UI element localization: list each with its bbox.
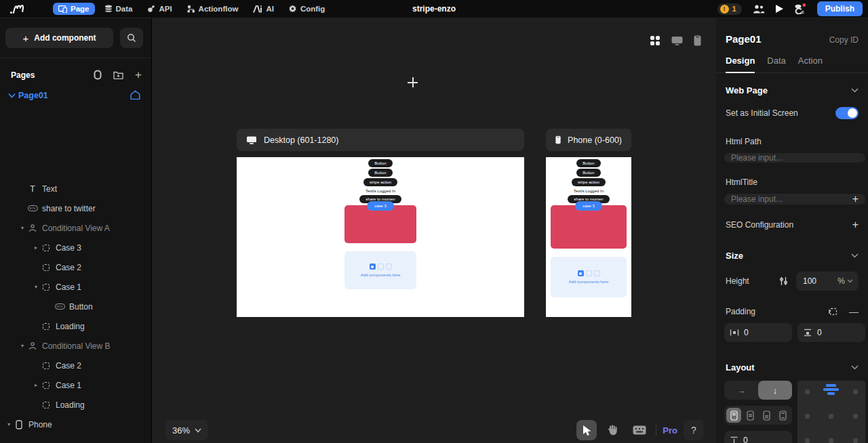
collaborators-icon[interactable]	[753, 5, 765, 14]
canvas-button-2[interactable]: Button	[368, 169, 392, 177]
tree-item-conditional-view-b[interactable]: ▾ Conditional View B	[0, 336, 151, 356]
align-top-left-dot[interactable]	[805, 389, 810, 394]
canvas-empty-placeholder[interactable]: Add components here	[344, 251, 416, 289]
collapse-padding-icon[interactable]: —	[849, 307, 859, 316]
desktop-frame-body[interactable]: Button Button stripe action TextIs Logge…	[237, 157, 524, 317]
search-button[interactable]	[120, 28, 143, 48]
tab-design[interactable]: Design	[726, 56, 755, 73]
preview-play-icon[interactable]	[776, 5, 783, 13]
canvas-logged-in-text[interactable]: TextIs Logged In	[574, 189, 604, 193]
expander-open-icon[interactable]: ▾	[4, 421, 14, 427]
add-page-icon[interactable]: +	[135, 69, 142, 81]
expander-closed-icon[interactable]: ▸	[31, 382, 41, 388]
tree-item-loading[interactable]: Loading	[0, 316, 151, 336]
gap-field[interactable]: 0	[724, 431, 792, 443]
align-bottom-center-dot[interactable]	[829, 438, 833, 443]
seo-add-button[interactable]: +	[852, 219, 859, 230]
canvas-case3-button[interactable]: case 3	[575, 201, 602, 211]
html-path-input[interactable]	[731, 153, 859, 163]
page-panel-icon[interactable]	[94, 70, 102, 80]
credits-icon[interactable]: c	[794, 3, 806, 14]
shortcuts-button[interactable]	[629, 420, 650, 440]
direction-column-button[interactable]: ↓	[758, 381, 792, 400]
canvas-red-rectangle[interactable]	[551, 205, 627, 249]
tree-item-text[interactable]: T Text	[0, 179, 151, 198]
nav-page[interactable]: Page	[53, 3, 95, 15]
canvas-button-1[interactable]: Button	[368, 159, 392, 167]
expander-open-icon[interactable]: ▾	[18, 225, 27, 231]
canvas-stripe-action-button[interactable]: stripe action	[363, 178, 397, 186]
padding-x-field[interactable]: 0	[724, 323, 792, 342]
desktop-frame-icon[interactable]	[671, 35, 684, 46]
copy-id-button[interactable]: Copy ID	[829, 35, 859, 45]
html-title-input[interactable]	[731, 194, 852, 204]
html-title-add-button[interactable]: +	[852, 194, 859, 205]
direction-row-button[interactable]: →	[724, 381, 758, 400]
sliders-icon[interactable]	[779, 276, 788, 286]
add-folder-icon[interactable]	[113, 70, 123, 79]
canvas-button-2[interactable]: Button	[576, 169, 600, 177]
distribute-end-button[interactable]	[759, 408, 774, 423]
tree-item-conditional-view-a[interactable]: ▾ Conditional View A	[0, 218, 151, 238]
hand-tool-button[interactable]	[603, 420, 623, 440]
independent-padding-icon[interactable]	[829, 307, 838, 316]
expander-closed-icon[interactable]: ▸	[31, 245, 41, 251]
phone-frame-icon[interactable]	[694, 35, 701, 46]
expander-open-icon[interactable]: ▾	[31, 284, 41, 290]
nav-api[interactable]: API	[142, 3, 177, 15]
canvas-stripe-action-button[interactable]: stripe action	[572, 178, 606, 186]
tab-data[interactable]: Data	[767, 56, 785, 72]
align-bottom-right-dot[interactable]	[853, 438, 858, 443]
phone-frame-body[interactable]: Button Button stripe action TextIs Logge…	[546, 157, 631, 317]
padding-y-field[interactable]: 0	[797, 323, 865, 342]
align-mid-left-dot[interactable]	[805, 414, 810, 419]
align-top-right-dot[interactable]	[853, 389, 858, 394]
initial-screen-toggle[interactable]	[835, 107, 859, 119]
pro-badge[interactable]: Pro	[663, 425, 677, 436]
tab-action[interactable]: Action	[798, 56, 823, 72]
distribute-start-button[interactable]	[726, 408, 741, 423]
canvas-button-1[interactable]: Button	[576, 159, 600, 167]
align-mid-center-dot[interactable]	[829, 414, 833, 419]
tree-item-share-to-twitter[interactable]: BTN share to twitter	[0, 198, 151, 218]
nav-data[interactable]: Data	[99, 3, 138, 15]
canvas-red-rectangle[interactable]	[344, 205, 416, 243]
select-tool-button[interactable]	[576, 420, 597, 440]
all-frames-icon[interactable]	[650, 35, 660, 46]
add-component-button[interactable]: + Add component	[5, 28, 113, 48]
chevron-down-icon[interactable]	[851, 88, 859, 93]
tree-item-case-2[interactable]: Case 2	[0, 257, 151, 277]
tree-item-case-1[interactable]: ▾ Case 1	[0, 277, 151, 297]
align-bottom-left-dot[interactable]	[805, 438, 810, 443]
error-badge[interactable]: ! 1	[717, 3, 742, 15]
momen-logo[interactable]	[5, 3, 33, 15]
distribute-between-button[interactable]	[775, 408, 790, 423]
expander-open-icon[interactable]: ▾	[18, 343, 27, 349]
canvas-empty-placeholder[interactable]: Add components here	[551, 257, 627, 297]
tree-item-case-1b[interactable]: ▸ Case 1	[0, 375, 151, 395]
tree-item-case-3[interactable]: ▸ Case 3	[0, 238, 151, 257]
home-icon[interactable]	[130, 90, 140, 100]
align-mid-right-dot[interactable]	[853, 414, 858, 419]
nav-actionflow[interactable]: Actionflow	[182, 3, 244, 15]
canvas[interactable]: Desktop (601-1280) Button Button stripe …	[152, 18, 716, 443]
chevron-down-icon[interactable]	[851, 365, 859, 370]
tree-item-loading-b[interactable]: Loading	[0, 395, 151, 415]
page-list-item-page01[interactable]: Page01	[0, 83, 151, 106]
distribute-center-button[interactable]	[743, 408, 757, 423]
height-value-field[interactable]: 100 %	[796, 272, 859, 291]
canvas-logged-in-text[interactable]: TextIs Logged In	[366, 189, 395, 193]
chevron-down-icon[interactable]	[8, 93, 16, 98]
zoom-control[interactable]: 36%	[165, 420, 208, 440]
help-button[interactable]: ?	[684, 420, 704, 440]
alignment-grid[interactable]	[797, 381, 865, 443]
tree-item-phone[interactable]: ▾ Phone	[0, 415, 151, 434]
phone-frame-header[interactable]: Phone (0-600)	[546, 129, 631, 151]
tree-item-button[interactable]: BTN Button	[0, 297, 151, 316]
desktop-frame-header[interactable]: Desktop (601-1280)	[237, 129, 524, 151]
tree-item-case-2b[interactable]: Case 2	[0, 356, 151, 375]
nav-config[interactable]: Config	[283, 3, 330, 15]
nav-ai[interactable]: AI	[248, 3, 279, 15]
chevron-down-icon[interactable]	[851, 253, 859, 258]
canvas-case3-button[interactable]: case 3	[367, 201, 394, 211]
